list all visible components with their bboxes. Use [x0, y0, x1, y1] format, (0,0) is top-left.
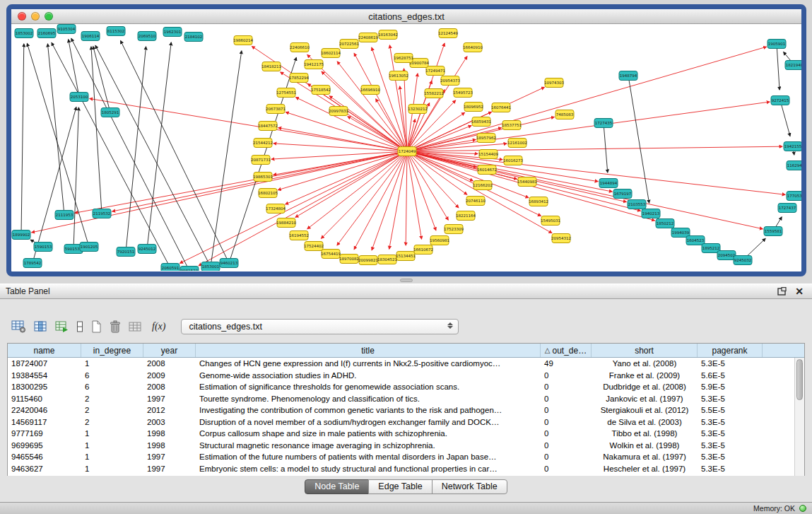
- table-row[interactable]: 969969511998Structural magnetic resonanc…: [8, 440, 804, 452]
- graph-node[interactable]: 2060591: [161, 264, 180, 271]
- table-row[interactable]: 911546021997Tourette syndrome. Phenomeno…: [8, 393, 804, 405]
- graph-node[interactable]: 15582212: [424, 89, 444, 98]
- graph-node[interactable]: 10974303: [544, 78, 564, 88]
- graph-node[interactable]: 1901205: [80, 243, 98, 252]
- merge-tables-icon[interactable]: [129, 321, 142, 332]
- graph-node[interactable]: 19412175: [304, 60, 324, 69]
- table-row[interactable]: 1872400712008Changes of HCN gene express…: [8, 358, 804, 370]
- graph-node[interactable]: 12124549: [438, 29, 458, 38]
- graph-node[interactable]: 20997831: [329, 107, 348, 116]
- graph-node[interactable]: 7920151: [117, 247, 135, 257]
- graph-node[interactable]: 22408619: [358, 33, 378, 42]
- graph-node[interactable]: 1724049: [398, 147, 416, 156]
- graph-node[interactable]: 1789542: [23, 259, 42, 268]
- graph-node[interactable]: 9460213: [220, 259, 238, 268]
- graph-node[interactable]: 9272415: [771, 96, 789, 105]
- table-options-icon[interactable]: [11, 320, 26, 333]
- graph-node[interactable]: 20954312: [551, 234, 571, 243]
- graph-node[interactable]: 21544212: [253, 139, 273, 148]
- graph-node[interactable]: 16893412: [529, 197, 548, 206]
- graph-node[interactable]: 19613052: [389, 71, 408, 81]
- graph-node[interactable]: 18163042: [378, 30, 398, 40]
- graph-node[interactable]: 18602114: [321, 49, 341, 58]
- graph-node[interactable]: 1559581: [764, 227, 782, 236]
- graph-node[interactable]: 20954373: [440, 76, 460, 86]
- graph-node[interactable]: 17523309: [444, 225, 464, 234]
- graph-node[interactable]: 1679197: [613, 189, 632, 199]
- graph-node[interactable]: 1940213: [642, 209, 660, 218]
- graph-node[interactable]: 1942155: [784, 142, 801, 151]
- column-header-title[interactable]: title: [196, 344, 541, 357]
- graph-node[interactable]: 17324804: [266, 204, 286, 214]
- graph-node[interactable]: 9105304: [57, 25, 76, 34]
- graph-node[interactable]: 15134451: [396, 252, 416, 261]
- graph-node[interactable]: 2119532: [93, 209, 111, 218]
- graph-node[interactable]: 1727435: [594, 119, 613, 128]
- graph-node[interactable]: 16610672: [413, 245, 433, 255]
- graph-node[interactable]: 7485083: [555, 110, 574, 119]
- function-builder-button[interactable]: f(x): [150, 321, 167, 332]
- graph-node[interactable]: 1590153: [34, 243, 52, 252]
- graph-node[interactable]: 1821940: [785, 61, 801, 70]
- graph-node[interactable]: 12161002: [507, 139, 527, 148]
- graph-node[interactable]: 19560981: [430, 236, 449, 245]
- rows-icon[interactable]: [76, 321, 83, 333]
- graph-node[interactable]: 13230212: [408, 105, 428, 114]
- tab-edge-table[interactable]: Edge Table: [368, 479, 432, 494]
- column-visibility-icon[interactable]: [34, 321, 47, 332]
- graph-node[interactable]: 15440981: [517, 177, 537, 187]
- graph-node[interactable]: 18418211: [261, 62, 281, 71]
- graph-node[interactable]: 2069510: [138, 32, 156, 41]
- graph-node[interactable]: 16194552: [289, 231, 309, 240]
- graph-node[interactable]: 1899902: [12, 230, 30, 240]
- graph-node[interactable]: 20871731: [251, 156, 271, 165]
- graph-node[interactable]: 18957962: [476, 134, 496, 143]
- table-row[interactable]: 946362711997Embryonic stem cells: a mode…: [8, 463, 804, 475]
- graph-node[interactable]: 1944894: [599, 179, 618, 188]
- graph-node[interactable]: 1162942: [787, 161, 801, 170]
- graph-node[interactable]: 18970082: [339, 255, 359, 264]
- graph-node[interactable]: 16640910: [463, 43, 483, 52]
- graph-node[interactable]: 17852294: [289, 74, 309, 83]
- graph-node[interactable]: 1962301: [163, 28, 182, 37]
- minimize-window-icon[interactable]: [31, 12, 40, 21]
- tab-node-table[interactable]: Node Table: [305, 479, 369, 494]
- graph-node[interactable]: 20746110: [466, 197, 486, 206]
- table-vertical-scrollbar[interactable]: [794, 358, 804, 476]
- new-document-icon[interactable]: [91, 320, 102, 333]
- graph-node[interactable]: 16859431: [471, 117, 491, 127]
- float-panel-icon[interactable]: [777, 287, 787, 296]
- graph-node[interactable]: 9245032: [734, 256, 752, 265]
- graph-node[interactable]: 2053100: [70, 93, 88, 102]
- table-row[interactable]: 1830029562008Estimation of significance …: [8, 381, 804, 393]
- graph-node[interactable]: 1906114: [81, 32, 100, 41]
- graph-node[interactable]: 20673871: [266, 105, 286, 114]
- graph-node[interactable]: 18221164: [456, 211, 476, 221]
- graph-node[interactable]: 17524402: [304, 242, 324, 251]
- table-row[interactable]: 946554611997Estimation of the future num…: [8, 451, 804, 463]
- column-header-short[interactable]: short: [592, 344, 698, 357]
- graph-node[interactable]: 18096952: [464, 103, 483, 112]
- graph-node[interactable]: 16754419: [321, 250, 341, 259]
- column-header-name[interactable]: name: [8, 344, 81, 357]
- column-header-pagerank[interactable]: pagerank: [698, 344, 763, 357]
- graph-node[interactable]: 1853002: [15, 29, 33, 38]
- graph-node[interactable]: 9245012: [138, 245, 156, 254]
- column-header-out_degree[interactable]: △out_de…: [541, 344, 592, 357]
- table-row[interactable]: 2242004622012Investigating the contribut…: [8, 404, 804, 416]
- graph-node[interactable]: 15495031: [541, 216, 560, 226]
- graph-node[interactable]: 12754551: [276, 88, 296, 98]
- graph-node[interactable]: 1770531: [787, 192, 801, 201]
- graph-node[interactable]: 19628751: [394, 54, 413, 63]
- graph-node[interactable]: 18447572: [258, 122, 278, 131]
- tab-network-table[interactable]: Network Table: [432, 479, 507, 494]
- graph-node[interactable]: 16076441: [491, 103, 511, 112]
- table-row[interactable]: 977716911998Corpus callosum shape and si…: [8, 428, 804, 440]
- scrollbar-thumb[interactable]: [796, 359, 803, 400]
- table-row[interactable]: 1938455462009Genome-wide association stu…: [8, 370, 804, 382]
- graph-node[interactable]: 16014672: [477, 165, 497, 175]
- graph-node[interactable]: 22406610: [290, 43, 310, 52]
- graph-node[interactable]: 2111953: [55, 211, 73, 220]
- trash-icon[interactable]: [110, 320, 121, 333]
- graph-node[interactable]: 19860214: [233, 36, 253, 45]
